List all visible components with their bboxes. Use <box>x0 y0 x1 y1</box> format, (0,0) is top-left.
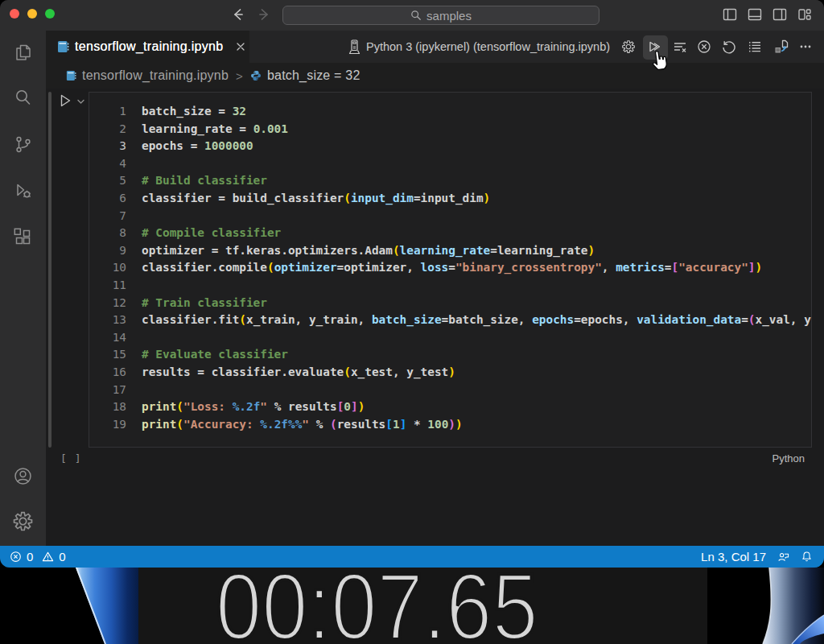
code-line[interactable]: 16results = classifier.evaluate(x_test, … <box>89 364 811 382</box>
explorer-icon[interactable] <box>12 42 34 64</box>
code-line[interactable]: 18print("Loss: %.2f" % results[0]) <box>89 398 811 416</box>
code-text: classifier = build_classifier(input_dim=… <box>126 190 490 208</box>
code-line[interactable]: 14 <box>89 329 811 347</box>
line-number: 10 <box>89 259 126 277</box>
code-text <box>126 208 142 225</box>
code-text: learning_rate = 0.001 <box>126 121 288 138</box>
code-text: results = classifier.evaluate(x_test, y_… <box>126 364 455 382</box>
tab-tensorflow-training[interactable]: tensorflow_training.ipynb <box>46 31 249 63</box>
traffic-zoom-button[interactable] <box>45 9 55 19</box>
toggle-sidebar-icon[interactable] <box>722 6 738 23</box>
line-number: 16 <box>89 364 126 382</box>
feedback-icon[interactable] <box>777 551 789 563</box>
run-cell-dropdown-chevron-icon[interactable] <box>76 97 85 106</box>
line-number: 9 <box>89 242 126 260</box>
extensions-icon[interactable] <box>12 227 34 249</box>
cell-language-picker[interactable]: Python <box>772 452 805 464</box>
code-text: optimizer = tf.keras.optimizers.Adam(lea… <box>126 242 595 260</box>
line-number: 15 <box>89 346 126 364</box>
problems-status[interactable]: 0 0 <box>0 550 66 564</box>
line-number: 14 <box>89 329 126 347</box>
code-text: batch_size = 32 <box>126 103 246 121</box>
cursor-position[interactable]: Ln 3, Col 17 <box>701 550 766 564</box>
code-line[interactable]: 2learning_rate = 0.001 <box>89 121 811 138</box>
line-number: 19 <box>89 416 126 434</box>
cell-focus-indicator[interactable] <box>48 92 52 448</box>
code-line[interactable]: 7 <box>89 208 811 225</box>
code-line[interactable]: 15# Evaluate classifier <box>89 346 811 364</box>
line-number: 6 <box>89 190 126 208</box>
mouse-pointer-hand-cursor <box>649 50 670 75</box>
line-number: 7 <box>89 208 126 225</box>
code-line[interactable]: 13classifier.fit(x_train, y_train, batch… <box>89 312 811 329</box>
notebook-file-icon-small <box>66 70 76 81</box>
tab-close-icon[interactable] <box>234 40 247 53</box>
code-line[interactable]: 1batch_size = 32 <box>89 103 811 121</box>
execution-count: [ ] <box>60 452 81 464</box>
clear-outputs-icon[interactable] <box>673 39 687 54</box>
settings-gear-icon[interactable] <box>12 510 34 532</box>
breadcrumb-cell[interactable]: batch_size = 32 <box>267 68 360 83</box>
code-line[interactable]: 9optimizer = tf.keras.optimizers.Adam(le… <box>89 242 811 260</box>
line-number: 8 <box>89 225 126 242</box>
line-number: 2 <box>89 121 126 138</box>
code-text <box>126 382 142 399</box>
code-line[interactable]: 5# Build classifier <box>89 172 811 190</box>
breadcrumb-file[interactable]: tensorflow_training.ipynb <box>82 68 229 83</box>
more-actions-icon[interactable] <box>798 39 813 54</box>
notifications-bell-icon[interactable] <box>801 551 813 563</box>
accounts-icon[interactable] <box>12 465 34 487</box>
code-text: # Train classifier <box>126 295 267 312</box>
code-line[interactable]: 19print("Accuracy: %.2f%%" % (results[1]… <box>89 416 811 434</box>
search-sidebar-icon[interactable] <box>12 87 34 109</box>
line-number: 5 <box>89 172 126 190</box>
code-line[interactable]: 4 <box>89 155 811 173</box>
cell-code-editor[interactable]: 1batch_size = 322learning_rate = 0.0013e… <box>89 92 812 448</box>
stopwatch-overlay: 00:07.65 <box>138 568 707 644</box>
code-line[interactable]: 10classifier.compile(optimizer=optimizer… <box>89 259 811 277</box>
code-line[interactable]: 3epochs = 1000000 <box>89 138 811 155</box>
run-debug-icon[interactable] <box>12 180 34 202</box>
search-text: samples <box>426 9 472 23</box>
code-line[interactable]: 17 <box>89 382 811 399</box>
notebook-settings-gear-icon[interactable] <box>621 39 636 54</box>
interrupt-kernel-icon[interactable] <box>697 39 711 54</box>
code-text: # Build classifier <box>126 172 267 190</box>
code-text <box>126 155 142 173</box>
code-text: # Evaluate classifier <box>126 346 288 364</box>
customize-layout-icon[interactable] <box>797 6 813 23</box>
code-line[interactable]: 8# Compile classifier <box>89 225 811 242</box>
code-line[interactable]: 6classifier = build_classifier(input_dim… <box>89 190 811 208</box>
line-number: 17 <box>89 382 126 399</box>
forward-button[interactable] <box>256 6 272 23</box>
code-text: print("Accuracy: %.2f%%" % (results[1] *… <box>126 416 463 434</box>
breadcrumb-separator: > <box>234 69 245 83</box>
code-text: epochs = 1000000 <box>126 138 253 155</box>
traffic-close-button[interactable] <box>10 9 19 19</box>
python-icon <box>250 70 262 81</box>
code-line[interactable]: 12# Train classifier <box>89 295 811 312</box>
vscode-window: samples <box>0 0 824 568</box>
line-number: 13 <box>89 312 126 329</box>
tab-title: tensorflow_training.ipynb <box>75 39 224 54</box>
run-cell-button[interactable] <box>58 93 72 108</box>
traffic-minimize-button[interactable] <box>27 9 37 19</box>
source-control-icon[interactable] <box>12 134 34 155</box>
kernel-picker[interactable]: Python 3 (ipykernel) (tensorflow_trainin… <box>348 31 610 63</box>
line-number: 11 <box>89 277 126 295</box>
line-number: 12 <box>89 295 126 312</box>
export-notebook-icon[interactable] <box>774 39 789 54</box>
code-line[interactable]: 11 <box>89 277 811 295</box>
back-button[interactable] <box>230 6 246 23</box>
warning-count: 0 <box>59 550 65 564</box>
command-center-search[interactable]: samples <box>282 6 599 25</box>
toggle-panel-icon[interactable] <box>747 6 763 23</box>
line-number: 1 <box>89 103 126 121</box>
restart-kernel-icon[interactable] <box>722 39 736 54</box>
kernel-label: Python 3 (ipykernel) (tensorflow_trainin… <box>366 40 610 53</box>
warnings-icon <box>42 551 54 563</box>
toggle-secondary-sidebar-icon[interactable] <box>772 6 788 23</box>
outline-list-icon[interactable] <box>748 39 762 54</box>
breadcrumbs: tensorflow_training.ipynb > batch_size =… <box>46 63 824 89</box>
code-text: classifier.compile(optimizer=optimizer, … <box>126 259 762 277</box>
